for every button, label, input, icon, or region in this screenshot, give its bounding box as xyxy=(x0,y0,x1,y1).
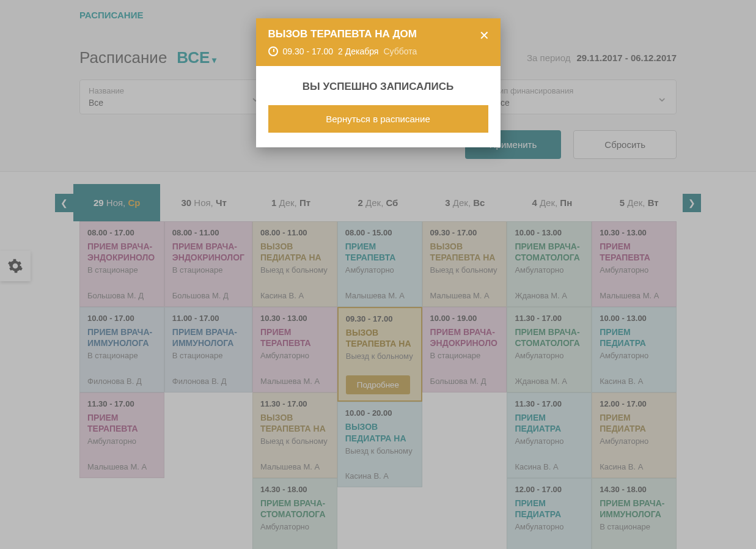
back-to-schedule-button[interactable]: Вернуться в расписание xyxy=(268,105,488,133)
modal-time: 09.30 - 17.00 xyxy=(283,46,334,56)
modal-weekday: Суббота xyxy=(383,46,417,56)
modal-title: ВЫЗОВ ТЕРАПЕВТА НА ДОМ xyxy=(268,28,488,40)
success-modal: ВЫЗОВ ТЕРАПЕВТА НА ДОМ 09.30 - 17.00 2 Д… xyxy=(256,18,501,147)
clock-icon xyxy=(268,46,278,56)
close-icon[interactable]: ✕ xyxy=(479,28,490,43)
modal-message: ВЫ УСПЕШНО ЗАПИСАЛИСЬ xyxy=(268,81,488,93)
modal-date: 2 Декабря xyxy=(338,46,378,56)
